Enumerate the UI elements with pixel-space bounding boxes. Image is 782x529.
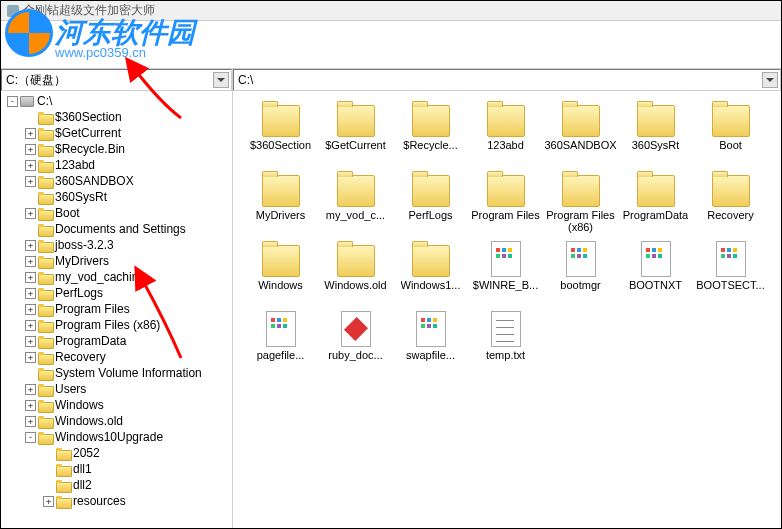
folder-item[interactable]: MyDrivers <box>243 171 318 241</box>
folder-item[interactable]: 360SANDBOX <box>543 101 618 171</box>
folder-item[interactable]: Boot <box>693 101 768 171</box>
path-field[interactable]: C:\ <box>233 69 781 91</box>
folder-item[interactable]: Recovery <box>693 171 768 241</box>
file-item[interactable]: BOOTNXT <box>618 241 693 311</box>
tree-node[interactable]: +resources <box>1 493 232 509</box>
tree-node[interactable]: +Users <box>1 381 232 397</box>
chevron-down-icon[interactable] <box>762 72 778 88</box>
tree-node[interactable]: +Recovery <box>1 349 232 365</box>
item-label: 360SANDBOX <box>544 139 616 151</box>
folder-item[interactable]: $Recycle... <box>393 101 468 171</box>
tree-node[interactable]: +jboss-3.2.3 <box>1 237 232 253</box>
tree-node[interactable]: System Volume Information <box>1 365 232 381</box>
tree-node[interactable]: +$Recycle.Bin <box>1 141 232 157</box>
tree-node[interactable]: -Windows10Upgrade <box>1 429 232 445</box>
file-icon <box>341 311 371 347</box>
folder-item[interactable]: 123abd <box>468 101 543 171</box>
tree-node[interactable]: +Boot <box>1 205 232 221</box>
expand-icon[interactable]: + <box>25 416 36 427</box>
folder-icon <box>635 171 677 207</box>
folder-icon <box>335 241 377 277</box>
expand-icon[interactable]: + <box>25 256 36 267</box>
tree-node[interactable]: +PerfLogs <box>1 285 232 301</box>
folder-item[interactable]: $360Section <box>243 101 318 171</box>
file-item[interactable]: ruby_doc... <box>318 311 393 381</box>
expand-icon[interactable]: + <box>25 352 36 363</box>
tree-node[interactable]: +Windows.old <box>1 413 232 429</box>
expand-icon[interactable]: + <box>25 272 36 283</box>
tree-node-label: Users <box>55 382 86 396</box>
tree-spacer <box>25 112 36 123</box>
tree-node-label: $GetCurrent <box>55 126 121 140</box>
file-item[interactable]: BOOTSECT... <box>693 241 768 311</box>
expand-icon[interactable]: + <box>25 160 36 171</box>
folder-tree[interactable]: -C:\$360Section+$GetCurrent+$Recycle.Bin… <box>1 91 232 528</box>
tree-node[interactable]: +$GetCurrent <box>1 125 232 141</box>
expand-icon[interactable]: + <box>25 336 36 347</box>
folder-item[interactable]: ProgramData <box>618 171 693 241</box>
expand-icon[interactable]: + <box>25 320 36 331</box>
tree-node[interactable]: dll1 <box>1 461 232 477</box>
tree-node[interactable]: -C:\ <box>1 93 232 109</box>
drive-combobox[interactable]: C:（硬盘） <box>1 69 232 91</box>
file-item[interactable]: bootmgr <box>543 241 618 311</box>
tree-node[interactable]: +Program Files (x86) <box>1 317 232 333</box>
folder-icon <box>38 400 52 411</box>
expand-icon[interactable]: + <box>43 496 54 507</box>
tree-node[interactable]: +MyDrivers <box>1 253 232 269</box>
tree-node[interactable]: $360Section <box>1 109 232 125</box>
expand-icon[interactable]: + <box>25 400 36 411</box>
tree-node[interactable]: +360SANDBOX <box>1 173 232 189</box>
watermark-url: www.pc0359.cn <box>55 45 146 60</box>
tree-node-label: dll2 <box>73 478 92 492</box>
folder-item[interactable]: 360SysRt <box>618 101 693 171</box>
folder-item[interactable]: my_vod_c... <box>318 171 393 241</box>
left-panel: C:（硬盘） -C:\$360Section+$GetCurrent+$Recy… <box>1 69 233 528</box>
folder-item[interactable]: Program Files (x86) <box>543 171 618 241</box>
file-item[interactable]: $WINRE_B... <box>468 241 543 311</box>
folder-item[interactable]: Windows1... <box>393 241 468 311</box>
expand-icon[interactable]: + <box>25 176 36 187</box>
file-grid[interactable]: $360Section$GetCurrent$Recycle...123abd3… <box>233 91 781 528</box>
expand-icon[interactable]: + <box>25 128 36 139</box>
tree-node[interactable]: Documents and Settings <box>1 221 232 237</box>
collapse-icon[interactable]: - <box>7 96 18 107</box>
item-label: pagefile... <box>257 349 305 361</box>
tree-node[interactable]: +123abd <box>1 157 232 173</box>
folder-item[interactable]: $GetCurrent <box>318 101 393 171</box>
expand-icon[interactable]: + <box>25 144 36 155</box>
expand-icon[interactable]: + <box>25 208 36 219</box>
expand-icon[interactable]: + <box>25 384 36 395</box>
folder-item[interactable]: Windows.old <box>318 241 393 311</box>
folder-icon <box>38 160 52 171</box>
expand-icon[interactable]: + <box>25 304 36 315</box>
folder-icon <box>335 171 377 207</box>
tree-node[interactable]: +ProgramData <box>1 333 232 349</box>
folder-item[interactable]: Program Files <box>468 171 543 241</box>
tree-node-label: PerfLogs <box>55 286 103 300</box>
expand-icon[interactable]: + <box>25 240 36 251</box>
item-label: BOOTSECT... <box>696 279 764 291</box>
item-label: bootmgr <box>560 279 600 291</box>
folder-icon <box>635 101 677 137</box>
chevron-down-icon[interactable] <box>213 72 229 88</box>
folder-icon <box>38 208 52 219</box>
window-title: 金刚钻超级文件加密大师 <box>23 2 155 19</box>
tree-node[interactable]: 360SysRt <box>1 189 232 205</box>
tree-node-label: jboss-3.2.3 <box>55 238 114 252</box>
file-icon <box>716 241 746 277</box>
tree-node[interactable]: +my_vod_caching <box>1 269 232 285</box>
file-item[interactable]: temp.txt <box>468 311 543 381</box>
file-item[interactable]: pagefile... <box>243 311 318 381</box>
tree-node[interactable]: +Windows <box>1 397 232 413</box>
tree-node[interactable]: 2052 <box>1 445 232 461</box>
folder-item[interactable]: Windows <box>243 241 318 311</box>
file-item[interactable]: swapfile... <box>393 311 468 381</box>
tree-node[interactable]: +Program Files <box>1 301 232 317</box>
collapse-icon[interactable]: - <box>25 432 36 443</box>
expand-icon[interactable]: + <box>25 288 36 299</box>
tree-node[interactable]: dll2 <box>1 477 232 493</box>
folder-item[interactable]: PerfLogs <box>393 171 468 241</box>
tree-node-label: Windows.old <box>55 414 123 428</box>
drive-icon <box>20 96 34 107</box>
